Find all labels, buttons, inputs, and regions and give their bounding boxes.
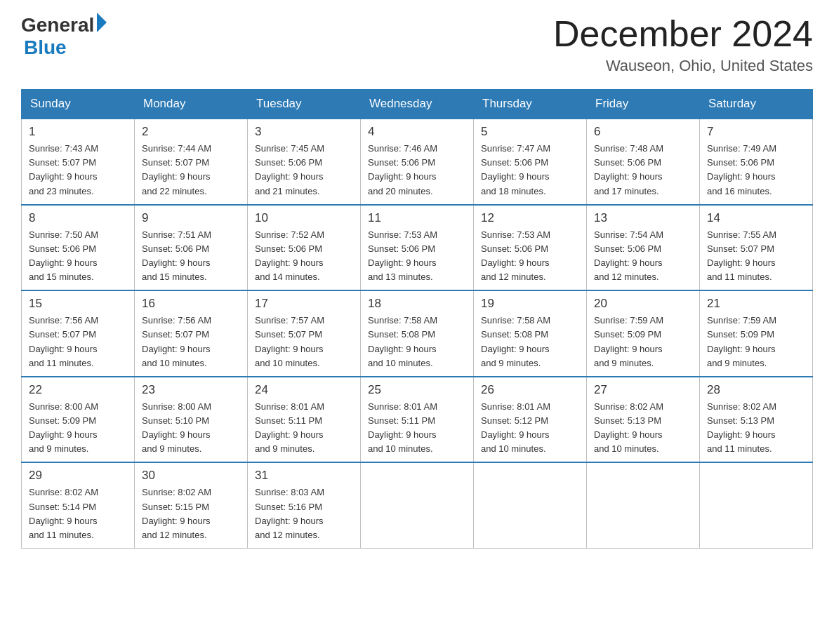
location-subtitle: Wauseon, Ohio, United States (553, 57, 813, 75)
header-wednesday: Wednesday (361, 90, 474, 119)
day-info: Sunrise: 8:01 AM Sunset: 5:11 PM Dayligh… (255, 400, 353, 457)
day-number: 13 (594, 211, 692, 225)
calendar-cell: 21 Sunrise: 7:59 AM Sunset: 5:09 PM Dayl… (700, 290, 813, 377)
day-info: Sunrise: 7:55 AM Sunset: 5:07 PM Dayligh… (707, 228, 805, 285)
header-saturday: Saturday (700, 90, 813, 119)
calendar-cell: 17 Sunrise: 7:57 AM Sunset: 5:07 PM Dayl… (248, 290, 361, 377)
day-info: Sunrise: 8:00 AM Sunset: 5:10 PM Dayligh… (142, 400, 240, 457)
header-row: SundayMondayTuesdayWednesdayThursdayFrid… (22, 90, 813, 119)
calendar-cell (361, 462, 474, 548)
day-number: 3 (255, 125, 353, 139)
week-row-1: 1 Sunrise: 7:43 AM Sunset: 5:07 PM Dayli… (22, 119, 813, 205)
day-info: Sunrise: 7:49 AM Sunset: 5:06 PM Dayligh… (707, 142, 805, 199)
header-monday: Monday (135, 90, 248, 119)
day-number: 10 (255, 211, 353, 225)
day-number: 12 (481, 211, 579, 225)
calendar-cell: 18 Sunrise: 7:58 AM Sunset: 5:08 PM Dayl… (361, 290, 474, 377)
calendar-cell: 31 Sunrise: 8:03 AM Sunset: 5:16 PM Dayl… (248, 462, 361, 548)
calendar-cell: 20 Sunrise: 7:59 AM Sunset: 5:09 PM Dayl… (587, 290, 700, 377)
calendar-cell: 9 Sunrise: 7:51 AM Sunset: 5:06 PM Dayli… (135, 205, 248, 291)
day-info: Sunrise: 7:56 AM Sunset: 5:07 PM Dayligh… (29, 314, 127, 370)
day-info: Sunrise: 8:00 AM Sunset: 5:09 PM Dayligh… (29, 400, 127, 457)
calendar-cell (700, 462, 813, 548)
calendar-cell (474, 462, 587, 548)
calendar-cell: 4 Sunrise: 7:46 AM Sunset: 5:06 PM Dayli… (361, 119, 474, 205)
day-info: Sunrise: 7:53 AM Sunset: 5:06 PM Dayligh… (368, 228, 466, 285)
calendar-cell: 7 Sunrise: 7:49 AM Sunset: 5:06 PM Dayli… (700, 119, 813, 205)
day-info: Sunrise: 7:44 AM Sunset: 5:07 PM Dayligh… (142, 142, 240, 199)
day-number: 7 (707, 125, 805, 139)
day-number: 15 (29, 297, 127, 311)
day-info: Sunrise: 8:03 AM Sunset: 5:16 PM Dayligh… (255, 485, 353, 542)
day-number: 11 (368, 211, 466, 225)
header-sunday: Sunday (22, 90, 135, 119)
calendar-cell (587, 462, 700, 548)
day-number: 30 (142, 469, 240, 483)
day-info: Sunrise: 7:56 AM Sunset: 5:07 PM Dayligh… (142, 314, 240, 370)
day-number: 1 (29, 125, 127, 139)
month-title: December 2024 (553, 14, 813, 54)
day-info: Sunrise: 7:57 AM Sunset: 5:07 PM Dayligh… (255, 314, 353, 370)
day-info: Sunrise: 8:02 AM Sunset: 5:15 PM Dayligh… (142, 485, 240, 542)
day-number: 5 (481, 125, 579, 139)
day-number: 22 (29, 383, 127, 397)
day-number: 24 (255, 383, 353, 397)
calendar-cell: 22 Sunrise: 8:00 AM Sunset: 5:09 PM Dayl… (22, 377, 135, 463)
day-info: Sunrise: 7:50 AM Sunset: 5:06 PM Dayligh… (29, 228, 127, 285)
header-tuesday: Tuesday (248, 90, 361, 119)
day-number: 4 (368, 125, 466, 139)
calendar-cell: 3 Sunrise: 7:45 AM Sunset: 5:06 PM Dayli… (248, 119, 361, 205)
day-info: Sunrise: 7:51 AM Sunset: 5:06 PM Dayligh… (142, 228, 240, 285)
calendar-cell: 13 Sunrise: 7:54 AM Sunset: 5:06 PM Dayl… (587, 205, 700, 291)
week-row-4: 22 Sunrise: 8:00 AM Sunset: 5:09 PM Dayl… (22, 377, 813, 463)
header-friday: Friday (587, 90, 700, 119)
day-number: 14 (707, 211, 805, 225)
title-section: December 2024 Wauseon, Ohio, United Stat… (553, 14, 813, 75)
day-info: Sunrise: 7:58 AM Sunset: 5:08 PM Dayligh… (368, 314, 466, 370)
day-number: 28 (707, 383, 805, 397)
page-header: General Blue December 2024 Wauseon, Ohio… (21, 14, 813, 75)
day-number: 9 (142, 211, 240, 225)
day-number: 17 (255, 297, 353, 311)
calendar-cell: 23 Sunrise: 8:00 AM Sunset: 5:10 PM Dayl… (135, 377, 248, 463)
day-info: Sunrise: 7:53 AM Sunset: 5:06 PM Dayligh… (481, 228, 579, 285)
header-thursday: Thursday (474, 90, 587, 119)
day-info: Sunrise: 7:43 AM Sunset: 5:07 PM Dayligh… (29, 142, 127, 199)
day-number: 27 (594, 383, 692, 397)
calendar-cell: 26 Sunrise: 8:01 AM Sunset: 5:12 PM Dayl… (474, 377, 587, 463)
day-number: 21 (707, 297, 805, 311)
calendar-cell: 5 Sunrise: 7:47 AM Sunset: 5:06 PM Dayli… (474, 119, 587, 205)
calendar-cell: 12 Sunrise: 7:53 AM Sunset: 5:06 PM Dayl… (474, 205, 587, 291)
calendar-cell: 16 Sunrise: 7:56 AM Sunset: 5:07 PM Dayl… (135, 290, 248, 377)
day-info: Sunrise: 8:02 AM Sunset: 5:14 PM Dayligh… (29, 485, 127, 542)
logo-general: General (21, 14, 94, 36)
calendar-cell: 29 Sunrise: 8:02 AM Sunset: 5:14 PM Dayl… (22, 462, 135, 548)
day-number: 16 (142, 297, 240, 311)
day-number: 31 (255, 469, 353, 483)
day-info: Sunrise: 7:45 AM Sunset: 5:06 PM Dayligh… (255, 142, 353, 199)
day-info: Sunrise: 7:52 AM Sunset: 5:06 PM Dayligh… (255, 228, 353, 285)
calendar-cell: 1 Sunrise: 7:43 AM Sunset: 5:07 PM Dayli… (22, 119, 135, 205)
day-number: 26 (481, 383, 579, 397)
week-row-3: 15 Sunrise: 7:56 AM Sunset: 5:07 PM Dayl… (22, 290, 813, 377)
day-number: 20 (594, 297, 692, 311)
day-info: Sunrise: 7:48 AM Sunset: 5:06 PM Dayligh… (594, 142, 692, 199)
calendar-cell: 2 Sunrise: 7:44 AM Sunset: 5:07 PM Dayli… (135, 119, 248, 205)
day-info: Sunrise: 8:02 AM Sunset: 5:13 PM Dayligh… (707, 400, 805, 457)
calendar-cell: 11 Sunrise: 7:53 AM Sunset: 5:06 PM Dayl… (361, 205, 474, 291)
calendar-cell: 19 Sunrise: 7:58 AM Sunset: 5:08 PM Dayl… (474, 290, 587, 377)
day-number: 23 (142, 383, 240, 397)
day-number: 25 (368, 383, 466, 397)
week-row-5: 29 Sunrise: 8:02 AM Sunset: 5:14 PM Dayl… (22, 462, 813, 548)
calendar-cell: 15 Sunrise: 7:56 AM Sunset: 5:07 PM Dayl… (22, 290, 135, 377)
day-info: Sunrise: 7:54 AM Sunset: 5:06 PM Dayligh… (594, 228, 692, 285)
day-number: 6 (594, 125, 692, 139)
logo-blue: Blue (21, 36, 107, 59)
logo: General Blue (21, 14, 107, 59)
calendar-cell: 6 Sunrise: 7:48 AM Sunset: 5:06 PM Dayli… (587, 119, 700, 205)
calendar-table: SundayMondayTuesdayWednesdayThursdayFrid… (21, 89, 813, 549)
calendar-cell: 30 Sunrise: 8:02 AM Sunset: 5:15 PM Dayl… (135, 462, 248, 548)
day-number: 18 (368, 297, 466, 311)
day-info: Sunrise: 7:58 AM Sunset: 5:08 PM Dayligh… (481, 314, 579, 370)
day-number: 8 (29, 211, 127, 225)
